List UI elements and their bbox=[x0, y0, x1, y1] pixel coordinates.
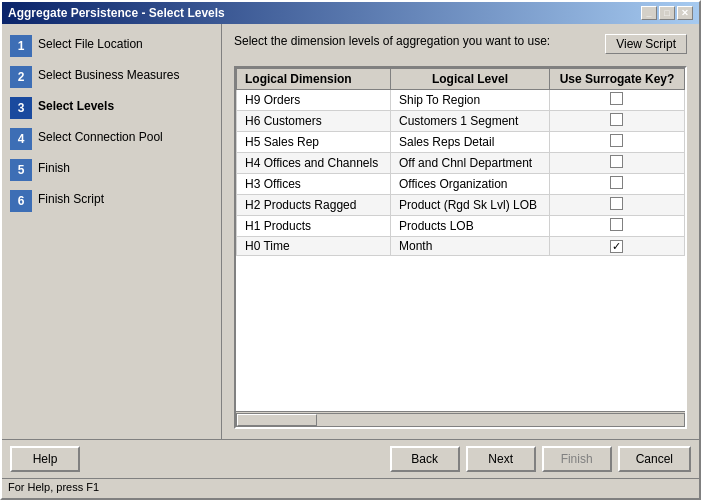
surrogate-key-cell[interactable] bbox=[549, 153, 684, 174]
status-text: For Help, press F1 bbox=[8, 481, 99, 493]
surrogate-key-cell[interactable] bbox=[549, 132, 684, 153]
dimension-cell: H0 Time bbox=[237, 237, 391, 256]
cancel-button[interactable]: Cancel bbox=[618, 446, 691, 472]
surrogate-key-cell[interactable] bbox=[549, 111, 684, 132]
instruction-text: Select the dimension levels of aggregati… bbox=[234, 34, 550, 48]
view-script-button[interactable]: View Script bbox=[605, 34, 687, 54]
table-scroll-area[interactable]: Logical Dimension Logical Level Use Surr… bbox=[236, 68, 685, 411]
surrogate-key-checkbox[interactable] bbox=[610, 218, 623, 231]
table-row: H3 OfficesOffices Organization bbox=[237, 174, 685, 195]
surrogate-key-cell[interactable]: ✓ bbox=[549, 237, 684, 256]
surrogate-key-cell[interactable] bbox=[549, 90, 684, 111]
main-panel: Select the dimension levels of aggregati… bbox=[222, 24, 699, 439]
level-cell: Month bbox=[390, 237, 549, 256]
dimension-cell: H9 Orders bbox=[237, 90, 391, 111]
minimize-button[interactable]: _ bbox=[641, 6, 657, 20]
title-bar-buttons: _ □ ✕ bbox=[641, 6, 693, 20]
step-label-3: Select Levels bbox=[38, 96, 114, 115]
close-button[interactable]: ✕ bbox=[677, 6, 693, 20]
table-row: H5 Sales RepSales Reps Detail bbox=[237, 132, 685, 153]
finish-button[interactable]: Finish bbox=[542, 446, 612, 472]
bottom-button-bar: Help Back Next Finish Cancel bbox=[2, 439, 699, 478]
dimension-table: Logical Dimension Logical Level Use Surr… bbox=[236, 68, 685, 256]
horizontal-scrollbar[interactable] bbox=[236, 411, 685, 427]
table-row: H1 ProductsProducts LOB bbox=[237, 216, 685, 237]
table-row: H4 Offices and ChannelsOff and Chnl Depa… bbox=[237, 153, 685, 174]
maximize-button[interactable]: □ bbox=[659, 6, 675, 20]
level-cell: Off and Chnl Department bbox=[390, 153, 549, 174]
surrogate-key-cell[interactable] bbox=[549, 216, 684, 237]
table-row: H2 Products RaggedProduct (Rgd Sk Lvl) L… bbox=[237, 195, 685, 216]
surrogate-key-checkbox[interactable] bbox=[610, 92, 623, 105]
next-button[interactable]: Next bbox=[466, 446, 536, 472]
level-cell: Customers 1 Segment bbox=[390, 111, 549, 132]
step-number-6: 6 bbox=[10, 190, 32, 212]
step-number-4: 4 bbox=[10, 128, 32, 150]
level-cell: Offices Organization bbox=[390, 174, 549, 195]
table-row: H6 CustomersCustomers 1 Segment bbox=[237, 111, 685, 132]
step-item-4[interactable]: 4Select Connection Pool bbox=[10, 127, 213, 150]
level-cell: Ship To Region bbox=[390, 90, 549, 111]
dimension-cell: H5 Sales Rep bbox=[237, 132, 391, 153]
window-title: Aggregate Persistence - Select Levels bbox=[8, 6, 225, 20]
dialog-content: 1Select File Location2Select Business Me… bbox=[2, 24, 699, 439]
back-button[interactable]: Back bbox=[390, 446, 460, 472]
status-bar: For Help, press F1 bbox=[2, 478, 699, 498]
dimension-cell: H3 Offices bbox=[237, 174, 391, 195]
dimension-cell: H2 Products Ragged bbox=[237, 195, 391, 216]
surrogate-key-checkbox[interactable] bbox=[610, 134, 623, 147]
surrogate-key-cell[interactable] bbox=[549, 195, 684, 216]
dimension-cell: H4 Offices and Channels bbox=[237, 153, 391, 174]
surrogate-key-checkbox[interactable] bbox=[610, 197, 623, 210]
step-item-3[interactable]: 3Select Levels bbox=[10, 96, 213, 119]
help-button[interactable]: Help bbox=[10, 446, 80, 472]
level-cell: Products LOB bbox=[390, 216, 549, 237]
step-label-2: Select Business Measures bbox=[38, 65, 179, 84]
surrogate-key-checkbox[interactable] bbox=[610, 176, 623, 189]
top-row: Select the dimension levels of aggregati… bbox=[234, 34, 687, 58]
step-label-5: Finish bbox=[38, 158, 70, 177]
surrogate-key-checkbox[interactable] bbox=[610, 155, 623, 168]
step-item-2[interactable]: 2Select Business Measures bbox=[10, 65, 213, 88]
step-label-6: Finish Script bbox=[38, 189, 104, 208]
step-number-2: 2 bbox=[10, 66, 32, 88]
step-number-5: 5 bbox=[10, 159, 32, 181]
title-bar: Aggregate Persistence - Select Levels _ … bbox=[2, 2, 699, 24]
step-item-6[interactable]: 6Finish Script bbox=[10, 189, 213, 212]
surrogate-key-checkbox[interactable]: ✓ bbox=[610, 240, 623, 253]
dimension-table-container: Logical Dimension Logical Level Use Surr… bbox=[234, 66, 687, 429]
surrogate-key-checkbox[interactable] bbox=[610, 113, 623, 126]
dimension-cell: H1 Products bbox=[237, 216, 391, 237]
step-number-1: 1 bbox=[10, 35, 32, 57]
col-header-level: Logical Level bbox=[390, 69, 549, 90]
col-header-dimension: Logical Dimension bbox=[237, 69, 391, 90]
level-cell: Sales Reps Detail bbox=[390, 132, 549, 153]
table-row: H9 OrdersShip To Region bbox=[237, 90, 685, 111]
dimension-cell: H6 Customers bbox=[237, 111, 391, 132]
step-label-4: Select Connection Pool bbox=[38, 127, 163, 146]
surrogate-key-cell[interactable] bbox=[549, 174, 684, 195]
steps-sidebar: 1Select File Location2Select Business Me… bbox=[2, 24, 222, 439]
step-label-1: Select File Location bbox=[38, 34, 143, 53]
level-cell: Product (Rgd Sk Lvl) LOB bbox=[390, 195, 549, 216]
col-header-surrogate: Use Surrogate Key? bbox=[549, 69, 684, 90]
step-number-3: 3 bbox=[10, 97, 32, 119]
step-item-5[interactable]: 5Finish bbox=[10, 158, 213, 181]
table-row: H0 TimeMonth✓ bbox=[237, 237, 685, 256]
step-item-1[interactable]: 1Select File Location bbox=[10, 34, 213, 57]
main-window: Aggregate Persistence - Select Levels _ … bbox=[0, 0, 701, 500]
